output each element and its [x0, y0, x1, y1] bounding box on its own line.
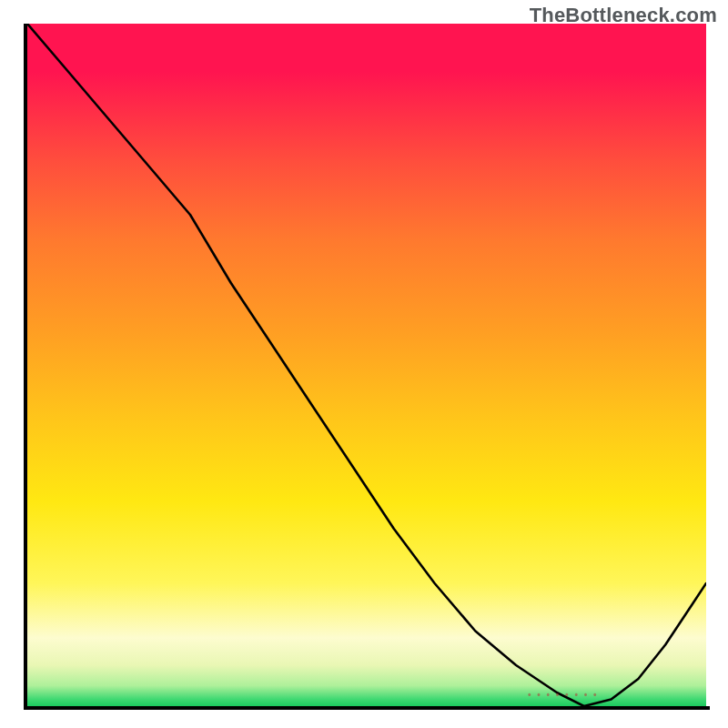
chart-axes [24, 24, 710, 710]
chart-container: TheBottleneck.com • • • • • • • • [0, 0, 728, 728]
optimal-range-marker: • • • • • • • • [528, 690, 598, 700]
